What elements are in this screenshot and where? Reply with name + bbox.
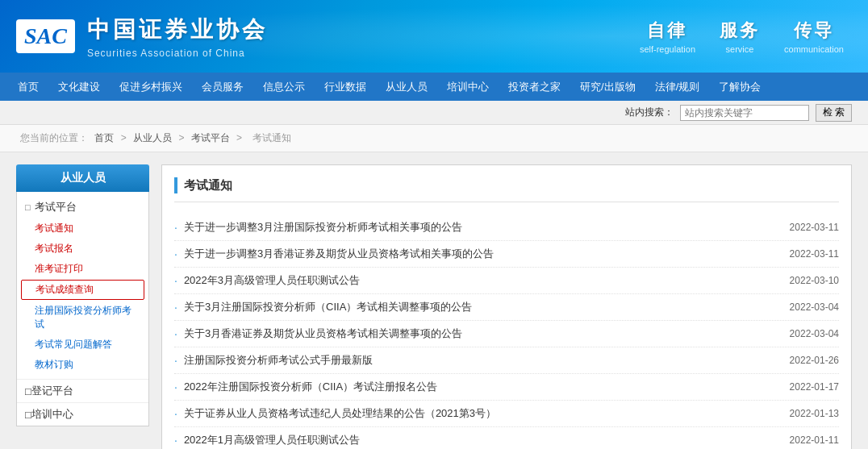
breadcrumb-label: 您当前的位置： [20, 132, 88, 143]
news-date-4: 2022-03-04 [790, 328, 839, 339]
sidebar-category-training[interactable]: □ 培训中心 [17, 402, 148, 426]
news-link-6[interactable]: 2022年注册国际投资分析师（CIIA）考试注册报名公告 [184, 380, 782, 394]
header-title-en: Securities Association of China [87, 48, 268, 59]
sidebar-category-label-registration: 登记平台 [31, 384, 73, 398]
nav-research[interactable]: 研究/出版物 [570, 73, 645, 101]
sidebar-title: 从业人员 [16, 164, 149, 192]
minus-icon-3: □ [25, 409, 31, 421]
nav-culture[interactable]: 文化建设 [48, 73, 110, 101]
sidebar-category-label-exam: 考试平台 [35, 200, 77, 214]
news-link-4[interactable]: 关于3月香港证券及期货从业员资格考试相关调整事项的公告 [184, 326, 782, 341]
news-item-6: · 2022年注册国际投资分析师（CIIA）考试注册报名公告 2022-01-1… [174, 374, 839, 401]
breadcrumb-sep-3: > [236, 132, 244, 143]
news-item-5: · 注册国际投资分析师考试公式手册最新版 2022-01-26 [174, 347, 839, 374]
breadcrumb: 您当前的位置： 首页 > 从业人员 > 考试平台 > 考试通知 [0, 125, 868, 152]
sidebar-category-exam-platform[interactable]: □ 考试平台 [17, 196, 148, 218]
search-button[interactable]: 检 索 [816, 104, 852, 122]
nav-about[interactable]: 了解协会 [709, 73, 770, 101]
news-date-0: 2022-03-11 [790, 222, 839, 233]
news-link-5[interactable]: 注册国际投资分析师考试公式手册最新版 [184, 353, 782, 368]
slogan-cn-1: 自律 [640, 19, 695, 43]
sidebar-item-exam-register[interactable]: 考试报名 [17, 239, 148, 259]
content-area: 考试通知 · 关于进一步调整3月注册国际投资分析师考试相关事项的公告 2022-… [161, 164, 852, 449]
nav-investor[interactable]: 投资者之家 [499, 73, 570, 101]
sidebar-item-exam-score[interactable]: 考试成绩查询 [21, 280, 144, 300]
breadcrumb-home[interactable]: 首页 [94, 132, 114, 143]
bullet-icon-1: · [174, 247, 177, 260]
slogan-self-regulation: 自律 self-regulation [640, 19, 695, 54]
slogan-en-3: communication [784, 44, 844, 54]
bullet-icon-5: · [174, 354, 177, 367]
sidebar-body: □ 考试平台 考试通知 考试报名 准考证打印 考试成绩查询 注册国际投资分析师考… [16, 192, 149, 426]
sidebar-item-exam-faq[interactable]: 考试常见问题解答 [17, 335, 148, 355]
breadcrumb-personnel[interactable]: 从业人员 [133, 132, 172, 143]
nav-info[interactable]: 信息公示 [253, 73, 315, 101]
header-indicator [174, 177, 177, 193]
sidebar-category-registration[interactable]: □ 登记平台 [17, 379, 148, 402]
search-label: 站内搜索： [625, 106, 674, 119]
content-title: 考试通知 [184, 178, 232, 193]
news-item-0: · 关于进一步调整3月注册国际投资分析师考试相关事项的公告 2022-03-11 [174, 214, 839, 241]
breadcrumb-sep-1: > [121, 132, 129, 143]
nav-rural[interactable]: 促进乡村振兴 [110, 73, 192, 101]
nav-bar: 首页 文化建设 促进乡村振兴 会员服务 信息公示 行业数据 从业人员 培训中心 … [0, 73, 868, 101]
sac-logo: SAC [16, 19, 75, 53]
sidebar-item-ciia[interactable]: 注册国际投资分析师考试 [17, 301, 148, 335]
news-date-5: 2022-01-26 [790, 355, 839, 366]
news-date-3: 2022-03-04 [790, 301, 839, 313]
bullet-icon-0: · [174, 221, 177, 234]
news-link-7[interactable]: 关于证券从业人员资格考试违纪人员处理结果的公告（2021第3号） [184, 406, 782, 421]
nav-law[interactable]: 法律/规则 [645, 73, 710, 101]
nav-personnel[interactable]: 从业人员 [376, 73, 437, 101]
header: SAC 中国证券业协会 Securities Association of Ch… [0, 0, 868, 73]
slogan-service: 服务 service [720, 19, 760, 54]
news-item-3: · 关于3月注册国际投资分析师（CIIA）考试相关调整事项的公告 2022-03… [174, 294, 839, 321]
minus-icon-2: □ [25, 385, 31, 397]
search-input[interactable] [680, 105, 809, 121]
news-date-1: 2022-03-11 [790, 248, 839, 260]
sidebar: 从业人员 □ 考试平台 考试通知 考试报名 准考证打印 考试成绩查询 注册国际投… [16, 164, 149, 449]
header-title-block: 中国证券业协会 Securities Association of China [87, 15, 268, 59]
news-item-7: · 关于证券从业人员资格考试违纪人员处理结果的公告（2021第3号） 2022-… [174, 401, 839, 427]
sidebar-item-textbook[interactable]: 教材订购 [17, 355, 148, 375]
nav-member[interactable]: 会员服务 [192, 73, 253, 101]
news-date-7: 2022-01-13 [790, 408, 839, 419]
header-slogans: 自律 self-regulation 服务 service 传导 communi… [640, 19, 844, 54]
slogan-communication: 传导 communication [784, 19, 844, 54]
news-link-3[interactable]: 关于3月注册国际投资分析师（CIIA）考试相关调整事项的公告 [184, 300, 782, 314]
main-content: 从业人员 □ 考试平台 考试通知 考试报名 准考证打印 考试成绩查询 注册国际投… [0, 152, 868, 449]
breadcrumb-sep-2: > [178, 132, 186, 143]
news-date-2: 2022-03-10 [790, 275, 839, 286]
minus-icon: □ [25, 202, 31, 212]
bullet-icon-4: · [174, 327, 177, 340]
nav-training[interactable]: 培训中心 [437, 73, 499, 101]
news-list: · 关于进一步调整3月注册国际投资分析师考试相关事项的公告 2022-03-11… [174, 214, 839, 449]
news-link-2[interactable]: 2022年3月高级管理人员任职测试公告 [184, 273, 782, 288]
header-title-cn: 中国证券业协会 [87, 15, 268, 45]
breadcrumb-exam-platform[interactable]: 考试平台 [191, 132, 230, 143]
nav-industry[interactable]: 行业数据 [315, 73, 376, 101]
content-header: 考试通知 [174, 177, 839, 202]
news-item-1: · 关于进一步调整3月香港证券及期货从业员资格考试相关事项的公告 2022-03… [174, 241, 839, 268]
news-item-8: · 2022年1月高级管理人员任职测试公告 2022-01-11 [174, 427, 839, 449]
news-date-8: 2022-01-11 [790, 434, 839, 446]
slogan-en-2: service [720, 44, 760, 54]
sidebar-item-exam-admission[interactable]: 准考证打印 [17, 259, 148, 279]
slogan-en-1: self-regulation [640, 44, 695, 54]
nav-home[interactable]: 首页 [8, 73, 48, 101]
slogan-cn-3: 传导 [784, 19, 844, 43]
bullet-icon-6: · [174, 380, 177, 393]
bullet-icon-3: · [174, 301, 177, 314]
slogan-cn-2: 服务 [720, 19, 760, 43]
sidebar-section-exam: □ 考试平台 考试通知 考试报名 准考证打印 考试成绩查询 注册国际投资分析师考… [17, 192, 148, 379]
bullet-icon-7: · [174, 407, 177, 420]
news-link-0[interactable]: 关于进一步调整3月注册国际投资分析师考试相关事项的公告 [184, 220, 782, 235]
news-item-2: · 2022年3月高级管理人员任职测试公告 2022-03-10 [174, 268, 839, 294]
sidebar-item-exam-notice[interactable]: 考试通知 [17, 218, 148, 239]
news-link-1[interactable]: 关于进一步调整3月香港证券及期货从业员资格考试相关事项的公告 [184, 247, 782, 261]
bullet-icon-2: · [174, 274, 177, 287]
sidebar-category-label-training: 培训中心 [31, 407, 73, 422]
logo-area: SAC 中国证券业协会 Securities Association of Ch… [16, 15, 268, 59]
news-link-8[interactable]: 2022年1月高级管理人员任职测试公告 [184, 433, 782, 447]
bullet-icon-8: · [174, 434, 177, 447]
